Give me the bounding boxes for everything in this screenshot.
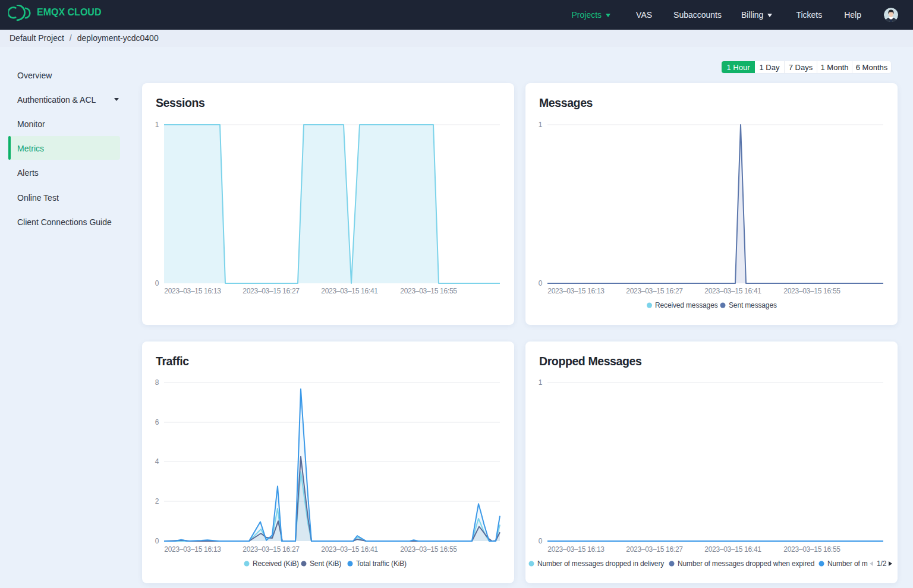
svg-text:Received messages: Received messages <box>655 301 718 309</box>
svg-text:Number of m: Number of m <box>827 559 868 568</box>
svg-text:1: 1 <box>155 121 159 129</box>
svg-text:2023–03–15 16:41: 2023–03–15 16:41 <box>321 287 378 295</box>
svg-text:0: 0 <box>539 537 543 545</box>
svg-text:0: 0 <box>155 537 159 545</box>
svg-text:4: 4 <box>155 457 159 466</box>
svg-text:8: 8 <box>155 378 159 387</box>
svg-text:2: 2 <box>155 497 159 505</box>
svg-text:Sent messages: Sent messages <box>729 301 777 309</box>
svg-text:2023–03–15 16:13: 2023–03–15 16:13 <box>164 545 221 554</box>
svg-text:2023–03–15 16:41: 2023–03–15 16:41 <box>704 287 761 295</box>
svg-text:2023–03–15 16:55: 2023–03–15 16:55 <box>783 287 840 295</box>
svg-text:2023–03–15 16:41: 2023–03–15 16:41 <box>704 545 761 554</box>
svg-text:2023–03–15 16:27: 2023–03–15 16:27 <box>243 287 300 295</box>
svg-text:2023–03–15 16:41: 2023–03–15 16:41 <box>321 545 378 554</box>
svg-text:2023–03–15 16:55: 2023–03–15 16:55 <box>400 545 457 554</box>
svg-text:2023–03–15 16:55: 2023–03–15 16:55 <box>783 545 840 554</box>
svg-text:2023–03–15 16:27: 2023–03–15 16:27 <box>626 545 683 554</box>
svg-text:2023–03–15 16:27: 2023–03–15 16:27 <box>243 545 300 554</box>
svg-text:2023–03–15 16:13: 2023–03–15 16:13 <box>547 287 605 295</box>
svg-text:Number of messages dropped whe: Number of messages dropped when expired <box>678 559 814 568</box>
svg-text:0: 0 <box>155 279 159 287</box>
svg-text:Total traffic (KiB): Total traffic (KiB) <box>356 559 407 568</box>
svg-text:Number of messages dropped in: Number of messages dropped in delivery <box>537 559 664 568</box>
svg-text:2023–03–15 16:13: 2023–03–15 16:13 <box>547 545 605 554</box>
svg-text:2023–03–15 16:27: 2023–03–15 16:27 <box>626 287 683 295</box>
svg-text:0: 0 <box>539 279 543 287</box>
svg-text:1: 1 <box>539 121 543 129</box>
svg-text:1/2: 1/2 <box>877 559 887 568</box>
svg-text:Sent (KiB): Sent (KiB) <box>310 559 341 568</box>
svg-text:1: 1 <box>539 378 543 387</box>
svg-text:2023–03–15 16:13: 2023–03–15 16:13 <box>164 287 221 295</box>
svg-text:6: 6 <box>155 418 159 426</box>
svg-text:2023–03–15 16:55: 2023–03–15 16:55 <box>400 287 457 295</box>
svg-text:Received (KiB): Received (KiB) <box>253 559 299 568</box>
